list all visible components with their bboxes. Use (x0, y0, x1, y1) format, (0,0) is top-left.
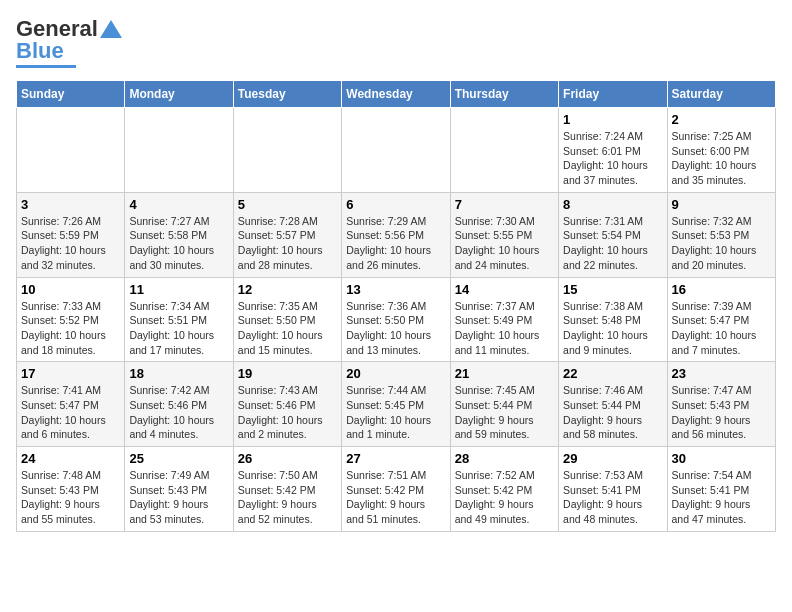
day-number: 28 (455, 451, 554, 466)
day-number: 9 (672, 197, 771, 212)
calendar-cell: 26Sunrise: 7:50 AM Sunset: 5:42 PM Dayli… (233, 447, 341, 532)
day-number: 7 (455, 197, 554, 212)
calendar-table: SundayMondayTuesdayWednesdayThursdayFrid… (16, 80, 776, 532)
day-info: Sunrise: 7:54 AM Sunset: 5:41 PM Dayligh… (672, 468, 771, 527)
day-number: 2 (672, 112, 771, 127)
day-info: Sunrise: 7:48 AM Sunset: 5:43 PM Dayligh… (21, 468, 120, 527)
weekday-header-sunday: Sunday (17, 81, 125, 108)
day-info: Sunrise: 7:52 AM Sunset: 5:42 PM Dayligh… (455, 468, 554, 527)
day-info: Sunrise: 7:39 AM Sunset: 5:47 PM Dayligh… (672, 299, 771, 358)
calendar-cell: 3Sunrise: 7:26 AM Sunset: 5:59 PM Daylig… (17, 192, 125, 277)
calendar-cell: 5Sunrise: 7:28 AM Sunset: 5:57 PM Daylig… (233, 192, 341, 277)
calendar-cell: 17Sunrise: 7:41 AM Sunset: 5:47 PM Dayli… (17, 362, 125, 447)
calendar-week-row: 10Sunrise: 7:33 AM Sunset: 5:52 PM Dayli… (17, 277, 776, 362)
day-number: 18 (129, 366, 228, 381)
day-info: Sunrise: 7:51 AM Sunset: 5:42 PM Dayligh… (346, 468, 445, 527)
page-header: General Blue (16, 16, 776, 68)
day-number: 1 (563, 112, 662, 127)
day-number: 21 (455, 366, 554, 381)
calendar-cell: 1Sunrise: 7:24 AM Sunset: 6:01 PM Daylig… (559, 108, 667, 193)
calendar-week-row: 1Sunrise: 7:24 AM Sunset: 6:01 PM Daylig… (17, 108, 776, 193)
calendar-cell: 27Sunrise: 7:51 AM Sunset: 5:42 PM Dayli… (342, 447, 450, 532)
day-number: 11 (129, 282, 228, 297)
calendar-cell (450, 108, 558, 193)
calendar-cell (17, 108, 125, 193)
day-number: 29 (563, 451, 662, 466)
day-info: Sunrise: 7:53 AM Sunset: 5:41 PM Dayligh… (563, 468, 662, 527)
logo-blue: Blue (16, 38, 64, 64)
calendar-week-row: 3Sunrise: 7:26 AM Sunset: 5:59 PM Daylig… (17, 192, 776, 277)
day-number: 24 (21, 451, 120, 466)
calendar-cell: 10Sunrise: 7:33 AM Sunset: 5:52 PM Dayli… (17, 277, 125, 362)
calendar-cell: 7Sunrise: 7:30 AM Sunset: 5:55 PM Daylig… (450, 192, 558, 277)
logo-triangle-icon (100, 18, 122, 40)
day-info: Sunrise: 7:29 AM Sunset: 5:56 PM Dayligh… (346, 214, 445, 273)
day-number: 15 (563, 282, 662, 297)
day-info: Sunrise: 7:45 AM Sunset: 5:44 PM Dayligh… (455, 383, 554, 442)
day-number: 10 (21, 282, 120, 297)
weekday-header-row: SundayMondayTuesdayWednesdayThursdayFrid… (17, 81, 776, 108)
calendar-cell: 11Sunrise: 7:34 AM Sunset: 5:51 PM Dayli… (125, 277, 233, 362)
day-number: 30 (672, 451, 771, 466)
day-info: Sunrise: 7:27 AM Sunset: 5:58 PM Dayligh… (129, 214, 228, 273)
calendar-cell: 13Sunrise: 7:36 AM Sunset: 5:50 PM Dayli… (342, 277, 450, 362)
weekday-header-wednesday: Wednesday (342, 81, 450, 108)
calendar-cell: 6Sunrise: 7:29 AM Sunset: 5:56 PM Daylig… (342, 192, 450, 277)
day-number: 12 (238, 282, 337, 297)
calendar-cell: 15Sunrise: 7:38 AM Sunset: 5:48 PM Dayli… (559, 277, 667, 362)
day-number: 23 (672, 366, 771, 381)
calendar-cell (125, 108, 233, 193)
calendar-cell: 25Sunrise: 7:49 AM Sunset: 5:43 PM Dayli… (125, 447, 233, 532)
calendar-cell: 14Sunrise: 7:37 AM Sunset: 5:49 PM Dayli… (450, 277, 558, 362)
day-info: Sunrise: 7:44 AM Sunset: 5:45 PM Dayligh… (346, 383, 445, 442)
day-info: Sunrise: 7:28 AM Sunset: 5:57 PM Dayligh… (238, 214, 337, 273)
day-number: 5 (238, 197, 337, 212)
day-info: Sunrise: 7:31 AM Sunset: 5:54 PM Dayligh… (563, 214, 662, 273)
day-number: 19 (238, 366, 337, 381)
day-number: 8 (563, 197, 662, 212)
calendar-cell: 21Sunrise: 7:45 AM Sunset: 5:44 PM Dayli… (450, 362, 558, 447)
calendar-cell: 20Sunrise: 7:44 AM Sunset: 5:45 PM Dayli… (342, 362, 450, 447)
day-info: Sunrise: 7:34 AM Sunset: 5:51 PM Dayligh… (129, 299, 228, 358)
calendar-cell: 16Sunrise: 7:39 AM Sunset: 5:47 PM Dayli… (667, 277, 775, 362)
day-number: 22 (563, 366, 662, 381)
day-number: 14 (455, 282, 554, 297)
day-info: Sunrise: 7:47 AM Sunset: 5:43 PM Dayligh… (672, 383, 771, 442)
day-number: 20 (346, 366, 445, 381)
calendar-cell: 24Sunrise: 7:48 AM Sunset: 5:43 PM Dayli… (17, 447, 125, 532)
calendar-cell: 12Sunrise: 7:35 AM Sunset: 5:50 PM Dayli… (233, 277, 341, 362)
calendar-cell: 30Sunrise: 7:54 AM Sunset: 5:41 PM Dayli… (667, 447, 775, 532)
day-info: Sunrise: 7:25 AM Sunset: 6:00 PM Dayligh… (672, 129, 771, 188)
calendar-cell: 4Sunrise: 7:27 AM Sunset: 5:58 PM Daylig… (125, 192, 233, 277)
calendar-cell: 19Sunrise: 7:43 AM Sunset: 5:46 PM Dayli… (233, 362, 341, 447)
svg-marker-0 (100, 20, 122, 38)
logo: General Blue (16, 16, 122, 68)
calendar-cell: 8Sunrise: 7:31 AM Sunset: 5:54 PM Daylig… (559, 192, 667, 277)
day-info: Sunrise: 7:37 AM Sunset: 5:49 PM Dayligh… (455, 299, 554, 358)
day-number: 6 (346, 197, 445, 212)
day-info: Sunrise: 7:42 AM Sunset: 5:46 PM Dayligh… (129, 383, 228, 442)
day-info: Sunrise: 7:41 AM Sunset: 5:47 PM Dayligh… (21, 383, 120, 442)
weekday-header-friday: Friday (559, 81, 667, 108)
day-info: Sunrise: 7:43 AM Sunset: 5:46 PM Dayligh… (238, 383, 337, 442)
calendar-cell: 22Sunrise: 7:46 AM Sunset: 5:44 PM Dayli… (559, 362, 667, 447)
calendar-cell: 2Sunrise: 7:25 AM Sunset: 6:00 PM Daylig… (667, 108, 775, 193)
weekday-header-monday: Monday (125, 81, 233, 108)
calendar-cell: 18Sunrise: 7:42 AM Sunset: 5:46 PM Dayli… (125, 362, 233, 447)
day-info: Sunrise: 7:30 AM Sunset: 5:55 PM Dayligh… (455, 214, 554, 273)
day-info: Sunrise: 7:36 AM Sunset: 5:50 PM Dayligh… (346, 299, 445, 358)
day-number: 27 (346, 451, 445, 466)
day-info: Sunrise: 7:26 AM Sunset: 5:59 PM Dayligh… (21, 214, 120, 273)
weekday-header-tuesday: Tuesday (233, 81, 341, 108)
day-number: 16 (672, 282, 771, 297)
calendar-cell: 28Sunrise: 7:52 AM Sunset: 5:42 PM Dayli… (450, 447, 558, 532)
day-info: Sunrise: 7:33 AM Sunset: 5:52 PM Dayligh… (21, 299, 120, 358)
day-info: Sunrise: 7:35 AM Sunset: 5:50 PM Dayligh… (238, 299, 337, 358)
day-info: Sunrise: 7:32 AM Sunset: 5:53 PM Dayligh… (672, 214, 771, 273)
day-number: 26 (238, 451, 337, 466)
day-number: 17 (21, 366, 120, 381)
day-number: 25 (129, 451, 228, 466)
weekday-header-saturday: Saturday (667, 81, 775, 108)
calendar-body: 1Sunrise: 7:24 AM Sunset: 6:01 PM Daylig… (17, 108, 776, 532)
day-info: Sunrise: 7:46 AM Sunset: 5:44 PM Dayligh… (563, 383, 662, 442)
